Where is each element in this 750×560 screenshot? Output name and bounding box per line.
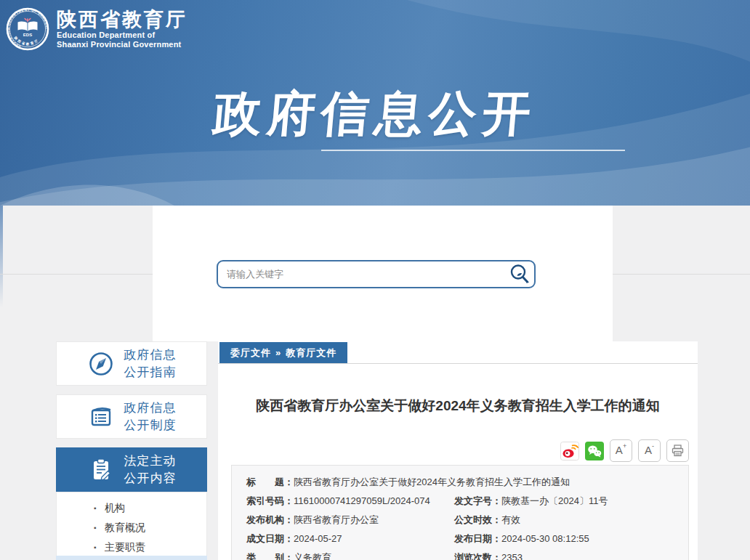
document-title: 陕西省教育厅办公室关于做好2024年义务教育招生入学工作的通知 (233, 397, 683, 415)
main-panel: 委厅文件»教育厅文件 陕西省教育厅办公室关于做好2024年义务教育招生入学工作的… (218, 341, 698, 560)
search-box (217, 260, 536, 288)
meta-label-publish-date: 发布日期： (454, 529, 501, 548)
meta-value-validity: 有效 (501, 511, 520, 529)
site-brand[interactable]: EDUCATION DEPARTMENT OF SHAANXI 陕西省教育厅 E… (6, 7, 188, 51)
font-increase-button[interactable]: A+ (610, 439, 632, 462)
divider-line-right (613, 274, 750, 275)
sidebar-item-statutory-disclosure[interactable]: 法定主动 公开内容 (56, 447, 207, 492)
meta-row-index: 索引号码： 11610000741297059L/2024-074 发文字号： … (246, 492, 674, 511)
meta-label-category: 类 别： (246, 548, 294, 560)
sidebar-item-label: 政府信息 公开制度 (124, 399, 177, 434)
font-decrease-button[interactable]: A- (638, 439, 661, 462)
meta-value-title: 陕西省教育厅办公室关于做好2024年义务教育招生入学工作的通知 (294, 473, 570, 492)
compass-icon (87, 350, 115, 378)
rulebook-icon (87, 403, 115, 431)
banner: EDUCATION DEPARTMENT OF SHAANXI 陕西省教育厅 E… (0, 0, 750, 206)
brand-name-english-line1: Education Department of (57, 31, 188, 40)
meta-label-view-count: 浏览次数： (454, 548, 501, 560)
meta-value-view-count: 2353 (501, 548, 523, 560)
search-section (0, 206, 750, 341)
print-button[interactable] (666, 439, 689, 462)
content-area: 政府信息 公开指南 政府信息 公开制度 (0, 341, 750, 560)
meta-label-index-number: 索引号码： (246, 492, 294, 511)
meta-row-issuer: 发布机构： 陕西省教育厅办公室 公文时效： 有效 (246, 511, 674, 529)
search-button[interactable] (505, 261, 534, 287)
sidebar-item-disclosure-system[interactable]: 政府信息 公开制度 (56, 394, 207, 439)
sidebar-item-disclosure-guide[interactable]: 政府信息 公开指南 (56, 341, 207, 386)
weibo-share-icon[interactable] (560, 442, 579, 460)
article-toolbar: A+ A- (560, 439, 689, 462)
sidebar-item-label: 法定主动 公开内容 (124, 453, 177, 487)
sidebar-item-label: 政府信息 公开指南 (124, 346, 177, 381)
breadcrumb-separator: » (275, 347, 281, 358)
search-input[interactable] (218, 261, 505, 287)
banner-underline-decoration (321, 150, 625, 151)
meta-label-document-number: 发文字号： (454, 492, 501, 511)
page-root: EDUCATION DEPARTMENT OF SHAANXI 陕西省教育厅 E… (0, 0, 750, 560)
breadcrumb-divider (218, 363, 698, 364)
meta-value-index-number: 11610000741297059L/2024-074 (294, 492, 430, 511)
meta-row-category: 类 别： 义务教育 浏览次数： 2353 (246, 548, 674, 560)
meta-label-issuing-agency: 发布机构： (246, 511, 294, 529)
breadcrumb-current[interactable]: 教育厅文件 (286, 347, 336, 358)
meta-value-issuing-agency: 陕西省教育厅办公室 (294, 511, 379, 529)
meta-value-document-number: 陕教基一办〔2024〕11号 (501, 492, 608, 511)
meta-value-written-date: 2024-05-27 (294, 529, 342, 548)
print-icon (671, 444, 685, 458)
page-title-banner: 政府信息公开 (0, 81, 750, 147)
divider-line-left (0, 274, 153, 275)
education-department-seal-logo: EDUCATION DEPARTMENT OF SHAANXI 陕西省教育厅 E… (6, 7, 49, 51)
meta-value-publish-date: 2024-05-30 08:12:55 (501, 529, 589, 548)
wechat-share-icon[interactable] (585, 442, 604, 460)
clipboard-pencil-icon (87, 456, 115, 484)
sidebar-subitem-main-duties[interactable]: 主要职责 (105, 537, 206, 557)
search-magnifier-icon (508, 263, 531, 286)
sidebar-subitem-organization[interactable]: 机构 (105, 498, 206, 518)
meta-label-validity: 公文时效： (454, 511, 501, 529)
sidebar-submenu: 机构 教育概况 主要职责 (56, 492, 207, 556)
brand-text: 陕西省教育厅 Education Department of Shaanxi P… (57, 9, 188, 49)
brand-name-english-line2: Shaanxi Provincial Government (57, 40, 188, 49)
seal-eds-text: EDS (23, 33, 32, 37)
breadcrumb-parent-link[interactable]: 委厅文件 (230, 347, 271, 358)
meta-label-title: 标 题： (246, 473, 294, 492)
meta-label-written-date: 成文日期： (246, 529, 294, 548)
breadcrumb: 委厅文件»教育厅文件 (219, 342, 347, 363)
meta-row-title: 标 题： 陕西省教育厅办公室关于做好2024年义务教育招生入学工作的通知 (246, 473, 674, 492)
sidebar-nav: 政府信息 公开指南 政府信息 公开制度 (56, 341, 207, 560)
sidebar-subitem-education-overview[interactable]: 教育概况 (105, 518, 206, 537)
document-metadata-table: 标 题： 陕西省教育厅办公室关于做好2024年义务教育招生入学工作的通知 索引号… (231, 465, 689, 560)
brand-name-chinese: 陕西省教育厅 (57, 9, 188, 31)
meta-value-category: 义务教育 (294, 548, 331, 560)
meta-row-dates: 成文日期： 2024-05-27 发布日期： 2024-05-30 08:12:… (246, 529, 674, 548)
